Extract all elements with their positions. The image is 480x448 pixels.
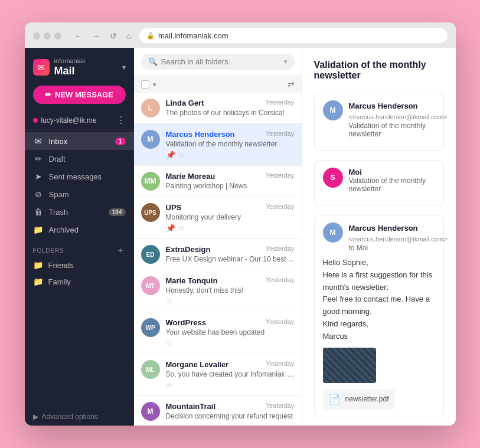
avatar: ED bbox=[141, 245, 160, 264]
home-button[interactable]: ⌂ bbox=[124, 30, 133, 42]
search-input-wrapper[interactable]: 🔍 ▾ bbox=[141, 54, 295, 70]
address-bar[interactable]: 🔒 mail.infomaniak.com bbox=[139, 28, 448, 43]
email-item[interactable]: M MountainTrail Yesterday Decision conce… bbox=[134, 396, 302, 426]
thread-message: M Marcus Henderson <marcus.henderson@ikm… bbox=[314, 93, 444, 151]
sidebar-item-sent[interactable]: ➤ Sent messages bbox=[25, 168, 134, 185]
email-sender: Marie Moreau bbox=[166, 172, 215, 181]
sidebar-item-draft[interactable]: ✏ Draft bbox=[25, 150, 134, 168]
sidebar-item-archived[interactable]: 📁 Archived bbox=[25, 221, 134, 238]
new-message-button[interactable]: ✏ NEW MESSAGE bbox=[33, 86, 126, 104]
brand: ✉ infomaniak Mail bbox=[33, 57, 86, 77]
chevron-right-icon: ▶ bbox=[33, 413, 38, 421]
thread-header: M Marcus Henderson <marcus.henderson@ikm… bbox=[323, 100, 435, 138]
brand-icon: ✉ bbox=[33, 59, 50, 76]
forward-button[interactable]: → bbox=[90, 30, 103, 42]
select-all-checkbox[interactable] bbox=[141, 80, 149, 89]
traffic-light-maximize[interactable] bbox=[54, 32, 61, 40]
thread-to: to Moi bbox=[349, 244, 448, 252]
list-toolbar: ▾ ⇄ bbox=[134, 76, 302, 93]
email-sender: Marcus Henderson bbox=[166, 130, 235, 139]
sort-icon[interactable]: ⇄ bbox=[288, 80, 295, 89]
traffic-light-minimize[interactable] bbox=[44, 32, 51, 40]
thread-preview: Validation of the monthly newsletter bbox=[349, 176, 435, 193]
sent-icon: ➤ bbox=[33, 172, 44, 181]
advanced-options-label: Advanced options bbox=[42, 413, 98, 421]
thread-message: S Moi Validation of the monthly newslett… bbox=[314, 160, 444, 205]
star-icon[interactable]: ☆ bbox=[166, 339, 173, 348]
sidebar-item-spam[interactable]: ⊘ Spam bbox=[25, 185, 134, 203]
sidebar-header: ✉ infomaniak Mail ▾ bbox=[25, 48, 134, 83]
trash-label: Trash bbox=[49, 208, 68, 217]
draft-label: Draft bbox=[49, 155, 66, 163]
email-sender: Marie Tonquin bbox=[166, 276, 218, 285]
sidebar: ✉ infomaniak Mail ▾ ✏ NEW MESSAGE lucy-v… bbox=[25, 48, 134, 426]
back-button[interactable]: ← bbox=[72, 30, 85, 42]
sent-label: Sent messages bbox=[49, 172, 102, 181]
email-item[interactable]: MM Marie Moreau Yesterday Painting works… bbox=[134, 166, 302, 197]
thread-sender-name: Marcus Henderson bbox=[349, 102, 418, 110]
user-menu-icon[interactable]: ⋮ bbox=[116, 115, 126, 126]
folder-friends-label: Friends bbox=[48, 261, 74, 270]
search-input[interactable] bbox=[161, 57, 280, 66]
star-icon[interactable]: ☆ bbox=[178, 224, 185, 233]
avatar: M bbox=[141, 402, 160, 421]
user-row: lucy-vitale@ik.me ⋮ bbox=[25, 111, 134, 130]
star-icon[interactable]: ☆ bbox=[166, 423, 173, 426]
sidebar-item-inbox[interactable]: ✉ Inbox 1 bbox=[25, 132, 134, 150]
email-actions: ☆ bbox=[166, 381, 295, 390]
avatar: ML bbox=[141, 360, 160, 379]
traffic-light-close[interactable] bbox=[33, 32, 40, 40]
user-status-dot bbox=[33, 118, 38, 123]
star-icon[interactable]: ☆ bbox=[166, 297, 173, 306]
sidebar-collapse-icon[interactable]: ▾ bbox=[122, 63, 126, 71]
email-item[interactable]: ED ExtraDesign Yesterday Free UX Design … bbox=[134, 239, 302, 270]
browser-nav: ← → ↺ ⌂ bbox=[72, 30, 133, 42]
spam-label: Spam bbox=[49, 190, 69, 199]
trash-icon: 🗑 bbox=[33, 207, 44, 217]
email-time: Yesterday bbox=[266, 99, 295, 106]
folders-header: FOLDERS ＋ bbox=[33, 244, 126, 257]
folder-family-label: Family bbox=[48, 277, 71, 286]
email-item[interactable]: WP WordPress Yesterday Your website has … bbox=[134, 312, 302, 354]
search-chevron-icon: ▾ bbox=[284, 58, 288, 66]
avatar: L bbox=[141, 99, 160, 117]
attachment[interactable]: 📄 newsletter.pdf bbox=[323, 389, 395, 410]
select-chevron-icon[interactable]: ▾ bbox=[153, 81, 156, 89]
folder-item-friends[interactable]: 📁 Friends bbox=[33, 257, 126, 273]
thread-sender-name: Marcus Henderson bbox=[349, 224, 418, 233]
pin-icon[interactable]: 📌 bbox=[166, 224, 175, 233]
email-subject: The photos of our holidays in Corsica! bbox=[166, 109, 295, 117]
email-subject: Validation of the monthly newsletter bbox=[166, 140, 295, 148]
refresh-button[interactable]: ↺ bbox=[107, 30, 119, 42]
folder-icon-family: 📁 bbox=[33, 277, 43, 286]
email-time: Yesterday bbox=[266, 318, 295, 325]
add-folder-icon[interactable]: ＋ bbox=[116, 244, 126, 257]
email-item[interactable]: UPS UPS Yesterday Monitoring your delive… bbox=[134, 197, 302, 239]
thread-message: M Marcus Henderson <marcus.henderson@ikm… bbox=[314, 215, 444, 417]
star-icon[interactable]: ☆ bbox=[178, 151, 185, 159]
avatar: S bbox=[323, 168, 343, 188]
folder-item-family[interactable]: 📁 Family bbox=[33, 273, 126, 290]
thread-header: M Marcus Henderson <marcus.henderson@ikm… bbox=[323, 223, 435, 252]
draft-icon: ✏ bbox=[33, 154, 44, 163]
email-item[interactable]: ML Morgane Levalier Yesterday So, you ha… bbox=[134, 354, 302, 396]
pin-icon[interactable]: 📌 bbox=[166, 151, 175, 159]
thread-sender-email: <marcus.henderson@ikmail.com> bbox=[349, 236, 448, 243]
browser-window: ← → ↺ ⌂ 🔒 mail.infomaniak.com ✉ infomani… bbox=[25, 22, 456, 426]
email-subject: Monitoring your delivery bbox=[166, 213, 295, 221]
sidebar-item-trash[interactable]: 🗑 Trash 184 bbox=[25, 203, 134, 221]
email-item[interactable]: MT Marie Tonquin Yesterday Honestly, don… bbox=[134, 270, 302, 312]
star-icon[interactable]: ☆ bbox=[166, 381, 173, 390]
thread-body: Hello Sophie, Here is a first suggestion… bbox=[323, 257, 435, 343]
email-image bbox=[323, 348, 376, 383]
email-time: Yesterday bbox=[266, 402, 295, 409]
email-item[interactable]: M Marcus Henderson Yesterday Validation … bbox=[134, 124, 302, 166]
search-icon: 🔍 bbox=[148, 57, 158, 66]
advanced-options[interactable]: ▶ Advanced options bbox=[25, 408, 134, 426]
compose-icon: ✏ bbox=[45, 90, 51, 99]
lock-icon: 🔒 bbox=[146, 32, 155, 40]
reading-pane: Validation of the monthly newsletter M M… bbox=[302, 48, 456, 426]
browser-chrome: ← → ↺ ⌂ 🔒 mail.infomaniak.com bbox=[25, 22, 456, 48]
email-thread-title: Validation of the monthly newsletter bbox=[314, 60, 444, 81]
email-item[interactable]: L Linda Gert Yesterday The photos of our… bbox=[134, 93, 302, 124]
